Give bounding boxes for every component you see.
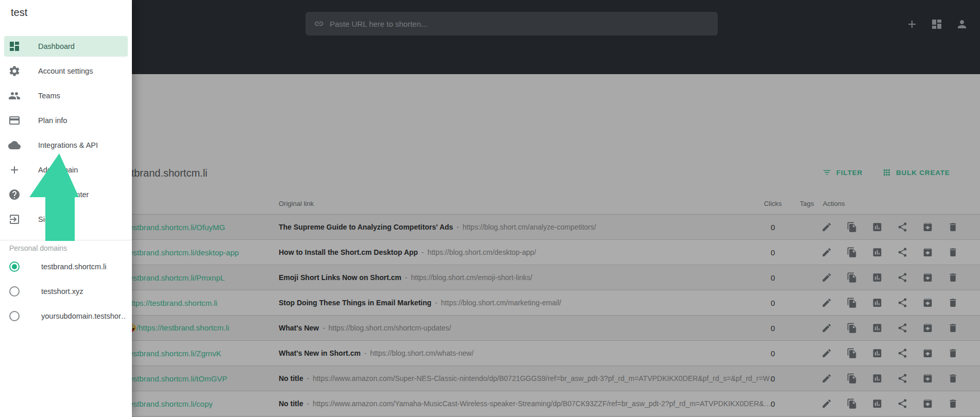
personal-domains-label: Personal domains — [9, 244, 67, 252]
personal-domains-list: testbrand.shortcm.li testshort.xyz yours… — [0, 254, 132, 328]
radio-selected-icon — [9, 262, 20, 272]
cloud-icon — [8, 139, 21, 151]
sidebar-item-sign-out[interactable]: Sign out — [4, 209, 128, 230]
sidebar-menu: Dashboard Account settings Teams Plan in… — [0, 36, 132, 234]
plus-icon — [8, 164, 21, 176]
sidebar-item-label: Integrations & API — [38, 141, 98, 149]
sidebar-item-dashboard[interactable]: Dashboard — [4, 36, 128, 57]
sidebar-item-label: Account settings — [38, 67, 93, 75]
sidebar-item-label: Plan info — [38, 116, 67, 125]
sidebar-item-label: Add domain — [38, 166, 78, 174]
sidebar-item-support-center[interactable]: Support Center — [4, 184, 128, 205]
signout-icon — [8, 213, 21, 225]
radio-icon — [9, 286, 20, 297]
domain-item-testshort-xyz[interactable]: testshort.xyz — [0, 279, 132, 304]
card-icon — [8, 114, 21, 127]
sidebar-drawer: test Dashboard Account settings Teams Pl… — [0, 0, 132, 417]
radio-icon — [9, 311, 20, 321]
sidebar-item-integrations-api[interactable]: Integrations & API — [4, 135, 128, 155]
domain-label: yoursubdomain.testshor… — [41, 312, 126, 320]
sidebar-item-label: Teams — [38, 92, 60, 100]
sidebar-item-add-domain[interactable]: Add domain — [4, 160, 128, 180]
gear-icon — [8, 65, 21, 77]
sidebar-item-label: Sign out — [38, 215, 65, 223]
domain-label: testshort.xyz — [41, 287, 83, 296]
drawer-scrim[interactable] — [0, 0, 980, 417]
domain-label: testbrand.shortcm.li — [41, 263, 107, 271]
sidebar-item-plan-info[interactable]: Plan info — [4, 110, 128, 131]
app-root: Paste URL here to shorten... testbrand.s… — [0, 0, 980, 417]
sidebar-item-label: Support Center — [38, 190, 89, 199]
sidebar-divider — [0, 240, 132, 240]
domain-item-yoursubdomain-testshor[interactable]: yoursubdomain.testshor… — [0, 304, 132, 328]
people-icon — [8, 90, 21, 102]
help-icon — [8, 188, 21, 201]
sidebar-item-teams[interactable]: Teams — [4, 85, 128, 106]
domain-item-testbrand-shortcm-li[interactable]: testbrand.shortcm.li — [0, 254, 132, 279]
sidebar-item-account-settings[interactable]: Account settings — [4, 61, 128, 81]
dashboard-icon — [8, 40, 21, 53]
workspace-name: test — [11, 7, 27, 19]
sidebar-item-label: Dashboard — [38, 42, 75, 50]
